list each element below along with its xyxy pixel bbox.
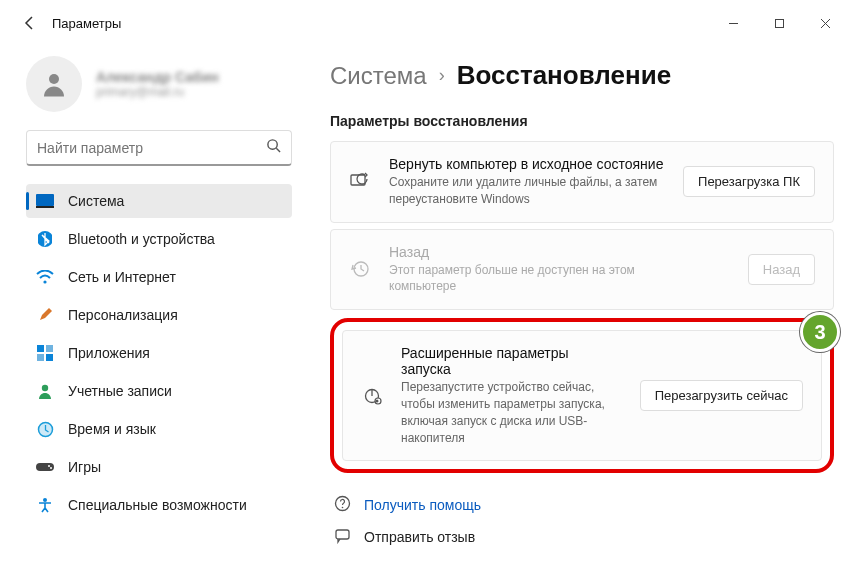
chevron-right-icon: › xyxy=(439,65,445,86)
card-title: Расширенные параметры запуска xyxy=(401,345,622,377)
card-go-back: Назад Этот параметр больше не доступен н… xyxy=(330,229,834,311)
card-title: Назад xyxy=(389,244,730,260)
search-input-container[interactable] xyxy=(26,130,292,166)
sidebar-item-label: Учетные записи xyxy=(68,383,172,399)
close-button[interactable] xyxy=(802,3,848,43)
svg-rect-14 xyxy=(46,354,53,361)
profile-name: Александр Сабин xyxy=(96,69,219,85)
help-link[interactable]: Получить помощь xyxy=(364,497,481,513)
sidebar-item-bluetooth[interactable]: Bluetooth и устройства xyxy=(26,222,292,256)
svg-point-20 xyxy=(43,498,47,502)
feedback-link[interactable]: Отправить отзыв xyxy=(364,529,475,545)
sidebar-item-label: Время и язык xyxy=(68,421,156,437)
reset-icon xyxy=(349,172,371,192)
feedback-icon xyxy=(334,527,352,547)
display-icon xyxy=(36,192,54,210)
breadcrumb-parent[interactable]: Система xyxy=(330,62,427,90)
svg-point-18 xyxy=(48,465,50,467)
reset-pc-button[interactable]: Перезагрузка ПК xyxy=(683,166,815,197)
svg-rect-13 xyxy=(37,354,44,361)
svg-rect-11 xyxy=(37,345,44,352)
svg-rect-12 xyxy=(46,345,53,352)
app-title: Параметры xyxy=(52,16,121,31)
sidebar-item-label: Приложения xyxy=(68,345,150,361)
svg-rect-8 xyxy=(36,206,54,208)
back-button[interactable] xyxy=(14,7,46,39)
profile-block[interactable]: Александр Сабин primary@mail.ru xyxy=(26,50,292,130)
sidebar-item-network[interactable]: Сеть и Интернет xyxy=(26,260,292,294)
svg-rect-1 xyxy=(775,19,783,27)
card-desc: Сохраните или удалите личные файлы, а за… xyxy=(389,174,665,208)
sidebar-item-label: Специальные возможности xyxy=(68,497,247,513)
apps-icon xyxy=(36,344,54,362)
svg-rect-17 xyxy=(36,463,54,471)
sidebar-item-accounts[interactable]: Учетные записи xyxy=(26,374,292,408)
help-link-row: Получить помощь xyxy=(330,489,834,521)
svg-rect-28 xyxy=(336,530,349,539)
sidebar-item-label: Персонализация xyxy=(68,307,178,323)
sidebar-item-gaming[interactable]: Игры xyxy=(26,450,292,484)
card-desc: Перезапустите устройство сейчас, чтобы и… xyxy=(401,379,622,446)
breadcrumb-current: Восстановление xyxy=(457,60,671,91)
svg-point-5 xyxy=(268,140,277,149)
go-back-button: Назад xyxy=(748,254,815,285)
wifi-icon xyxy=(36,268,54,286)
svg-point-19 xyxy=(50,467,52,469)
accessibility-icon xyxy=(36,496,54,514)
card-title: Вернуть компьютер в исходное состояние xyxy=(389,156,665,172)
sidebar-item-label: Игры xyxy=(68,459,101,475)
section-heading: Параметры восстановления xyxy=(330,113,834,129)
sidebar-item-system[interactable]: Система xyxy=(26,184,292,218)
search-icon xyxy=(266,138,281,157)
globe-clock-icon xyxy=(36,420,54,438)
profile-email: primary@mail.ru xyxy=(96,85,219,99)
sidebar-item-apps[interactable]: Приложения xyxy=(26,336,292,370)
svg-line-6 xyxy=(276,148,280,152)
svg-rect-7 xyxy=(36,194,54,206)
search-input[interactable] xyxy=(37,140,266,156)
history-icon xyxy=(349,259,371,279)
svg-point-4 xyxy=(49,74,59,84)
card-desc: Этот параметр больше не доступен на этом… xyxy=(389,262,669,296)
annotation-badge: 3 xyxy=(800,312,840,352)
minimize-button[interactable] xyxy=(710,3,756,43)
person-icon xyxy=(36,382,54,400)
avatar xyxy=(26,56,82,112)
sidebar-item-time-language[interactable]: Время и язык xyxy=(26,412,292,446)
power-settings-icon xyxy=(361,386,383,406)
sidebar-item-accessibility[interactable]: Специальные возможности xyxy=(26,488,292,522)
brush-icon xyxy=(36,306,54,324)
svg-point-10 xyxy=(43,280,46,283)
annotation-highlight: Расширенные параметры запуска Перезапуст… xyxy=(330,318,834,473)
sidebar-item-personalization[interactable]: Персонализация xyxy=(26,298,292,332)
sidebar-item-label: Система xyxy=(68,193,124,209)
sidebar-item-label: Сеть и Интернет xyxy=(68,269,176,285)
restart-now-button[interactable]: Перезагрузить сейчас xyxy=(640,380,803,411)
help-icon xyxy=(334,495,352,515)
svg-point-15 xyxy=(42,385,48,391)
bluetooth-icon xyxy=(36,230,54,248)
svg-point-27 xyxy=(342,507,344,509)
sidebar-item-label: Bluetooth и устройства xyxy=(68,231,215,247)
gamepad-icon xyxy=(36,458,54,476)
maximize-button[interactable] xyxy=(756,3,802,43)
breadcrumb: Система › Восстановление xyxy=(330,60,834,91)
card-reset-pc: Вернуть компьютер в исходное состояние С… xyxy=(330,141,834,223)
feedback-link-row: Отправить отзыв xyxy=(330,521,834,553)
card-advanced-startup: Расширенные параметры запуска Перезапуст… xyxy=(342,330,822,461)
